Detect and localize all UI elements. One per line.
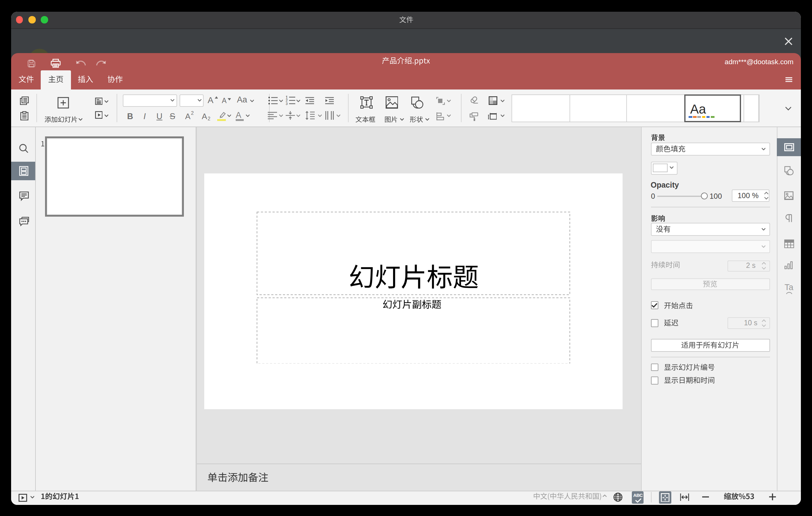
- svg-text:3: 3: [286, 101, 288, 105]
